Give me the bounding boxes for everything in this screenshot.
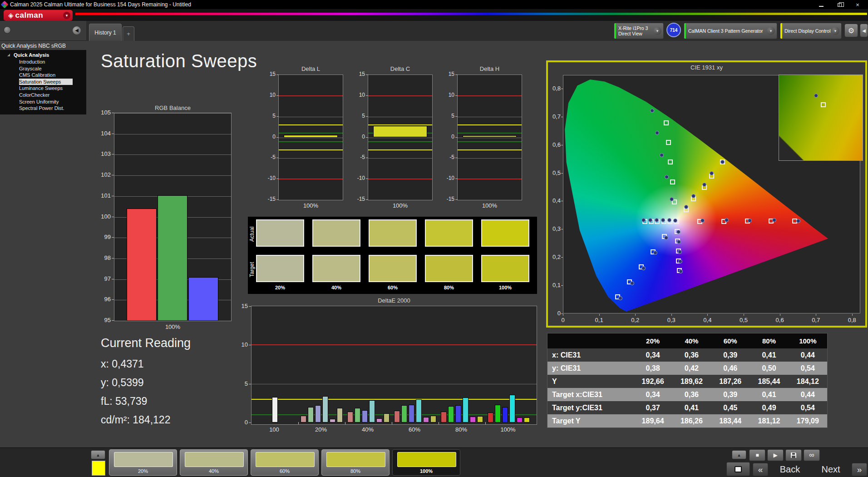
restore-button[interactable] — [834, 1, 844, 8]
table-cell-value: 0,44 — [789, 351, 827, 359]
cie-1931-panel[interactable]: CIE 1931 xy 00,10,20,30,40,50,60,70,800,… — [546, 60, 867, 328]
table-row: Target y:CIE310,370,410,450,490,54 — [547, 401, 827, 414]
toolbar-row: ◀ History 1 + X-Rite i1Pro 3 Direct View… — [0, 21, 868, 41]
x-tick-mark — [671, 314, 672, 316]
deltae-bar — [384, 413, 390, 422]
y-tick-label: 105 — [95, 109, 111, 116]
y-tick-label: 0 — [260, 134, 276, 140]
meter-device-dropdown[interactable]: X-Rite i1Pro 3 Direct View ▾ — [614, 23, 664, 39]
pattern-generator-dropdown[interactable]: CalMAN Client 3 Pattern Generator ▾ — [684, 23, 777, 39]
title-bar: Calman 2025 Calman Ultimate for Business… — [0, 0, 868, 9]
delta_l-bar — [284, 135, 338, 138]
cie-target-point — [666, 140, 671, 145]
sidebar-item-spectral-power-dist-[interactable]: Spectral Power Dist. — [0, 105, 86, 112]
y-tick-label: 5 — [439, 113, 454, 119]
patch-button-20%[interactable]: 20% — [109, 449, 177, 476]
tab-history-1[interactable]: History 1 — [89, 24, 122, 41]
table-cell-value: 0,37 — [633, 404, 672, 412]
reference-line — [368, 95, 432, 96]
pattern-window-button[interactable] — [726, 462, 750, 476]
settings-button[interactable]: ⚙ — [844, 24, 858, 37]
sidebar-header: ◀ — [0, 21, 86, 41]
panel-collapse-right-button[interactable]: ◀ — [860, 24, 868, 37]
x-tick-mark — [635, 314, 636, 316]
highlight-color-swatch[interactable] — [92, 461, 105, 476]
sidebar-item-introduction[interactable]: Introduction — [0, 59, 86, 65]
sidebar-item-saturation-sweeps[interactable]: Saturation Sweeps — [19, 79, 73, 85]
y-tick-label: 96 — [95, 296, 111, 303]
patch-button-100%[interactable]: 100% — [392, 449, 460, 476]
bottom-bar: ▲ 20%40%60%80%100% ▲ ■ ▶ ∞ « Back Next » — [0, 447, 868, 477]
back-chevron-button[interactable]: « — [753, 463, 768, 476]
continuous-measure-button[interactable]: ∞ — [804, 449, 820, 461]
patch-button-40%[interactable]: 40% — [180, 449, 248, 476]
sidebar-item-screen-uniformity[interactable]: Screen Uniformity — [0, 99, 86, 105]
minimize-button[interactable] — [816, 1, 826, 8]
back-button[interactable]: Back — [771, 463, 809, 476]
results-table: 20%40%60%80%100%x: CIE310,340,360,390,41… — [547, 333, 828, 428]
sidebar-options-button[interactable] — [4, 26, 11, 34]
chevron-down-icon[interactable]: ▾ — [831, 27, 839, 35]
delta_c-bar — [373, 126, 427, 138]
up-arrow-icon: ▲ — [737, 453, 741, 457]
stop-button[interactable]: ■ — [749, 449, 765, 461]
deltae-bar — [308, 407, 314, 422]
chevron-down-icon[interactable]: ▾ — [767, 27, 775, 35]
calman-menu-chevron-icon[interactable]: ▾ — [63, 12, 70, 19]
table-cell-value: 0,46 — [711, 364, 750, 373]
y-tick-mark — [366, 116, 368, 117]
x-tick-mark — [439, 422, 439, 424]
y-tick-label: 0 — [232, 419, 248, 426]
table-row: Y192,66189,62187,26185,44184,12 — [547, 375, 827, 388]
sidebar-item-cms-calibration[interactable]: CMS Calibration — [0, 72, 86, 79]
close-button[interactable]: × — [853, 1, 863, 8]
sidebar-collapse-button[interactable]: ◀ — [73, 26, 81, 35]
next-button[interactable]: Next — [812, 463, 850, 476]
table-row-label: Target Y — [547, 417, 633, 425]
y-tick-label: 5 — [350, 113, 365, 119]
sidebar-item-grayscale[interactable]: Grayscale — [0, 65, 86, 72]
tab-add-button[interactable]: + — [123, 26, 134, 41]
y-tick-mark — [276, 116, 279, 117]
y-tick-label: -10 — [439, 175, 454, 181]
table-cell-value: 0,36 — [672, 391, 711, 399]
expand-patches-left-button[interactable]: ▲ — [91, 450, 105, 459]
meter-reading-badge[interactable]: 714 — [666, 23, 681, 37]
y-tick-mark — [561, 201, 563, 201]
window-title: Calman 2025 Calman Ultimate for Business… — [10, 1, 191, 8]
patch-button-80%[interactable]: 80% — [321, 449, 390, 476]
gridline — [252, 384, 537, 384]
table-cell-value: 0,45 — [711, 404, 750, 412]
sidebar-item-colorchecker[interactable]: ColorChecker — [0, 92, 86, 99]
tree-root-quick-analysis[interactable]: Quick Analysis — [0, 52, 86, 59]
deltae-bar — [362, 410, 368, 422]
swatch-target-20% — [256, 255, 304, 282]
y-tick-label: 10 — [232, 341, 248, 348]
display-control-dropdown[interactable]: Direct Display Control ▾ — [780, 23, 842, 39]
deltae-bar — [272, 397, 278, 422]
expand-transport-button[interactable]: ▲ — [732, 450, 746, 459]
patch-color-swatch — [397, 452, 456, 467]
table-cell-value: 0,36 — [672, 351, 711, 359]
cie-x-tick-label: 0,3 — [665, 317, 678, 323]
deltae-bar — [517, 417, 523, 422]
patch-button-60%[interactable]: 60% — [251, 449, 319, 476]
deltae-group-label: 20% — [303, 426, 339, 433]
y-tick-label: 103 — [95, 150, 111, 157]
gridline — [114, 113, 231, 114]
chevron-down-icon[interactable]: ▾ — [653, 27, 661, 35]
tree-expanded-icon[interactable] — [7, 54, 10, 56]
pattern-status-accent — [684, 23, 686, 39]
save-button[interactable] — [785, 449, 802, 461]
deltae-bar — [455, 405, 461, 422]
cie-measured-point — [720, 160, 725, 164]
y-tick-label: 98 — [95, 254, 111, 261]
patch-label: 80% — [322, 468, 389, 474]
x-tick-mark — [780, 314, 780, 316]
table-column-header: 20% — [633, 337, 672, 345]
next-chevron-button[interactable]: » — [852, 463, 867, 476]
y-tick-label: -15 — [260, 196, 276, 202]
sidebar-item-luminance-sweeps[interactable]: Luminance Sweeps — [0, 85, 86, 92]
play-button[interactable]: ▶ — [767, 449, 784, 461]
calman-menu-button[interactable]: ◈ calman ▾ — [4, 10, 73, 21]
